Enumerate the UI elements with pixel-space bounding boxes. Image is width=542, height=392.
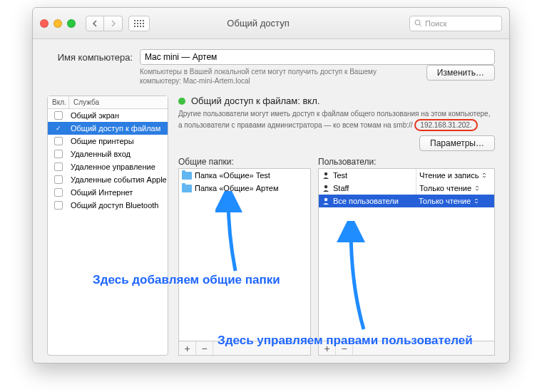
lists-row: Общие папки: Папка «Общие» TestПапка «Об… bbox=[178, 157, 495, 356]
search-icon bbox=[414, 19, 422, 27]
users-label: Пользователи: bbox=[318, 157, 495, 167]
folder-icon bbox=[182, 185, 192, 192]
service-name: Общие принтеры bbox=[69, 137, 168, 145]
col-service: Служба bbox=[69, 96, 103, 108]
service-checkbox[interactable] bbox=[48, 201, 69, 210]
add-user-button[interactable]: + bbox=[319, 341, 336, 355]
status-indicator-icon bbox=[178, 98, 185, 105]
computer-name-hint: Компьютеры в Вашей локальной сети могут … bbox=[140, 67, 419, 86]
window-title: Общий доступ bbox=[113, 18, 404, 29]
permission-selector[interactable]: Чтение и запись bbox=[416, 169, 494, 182]
user-row[interactable]: TestЧтение и запись bbox=[319, 169, 494, 182]
folders-controls: + − bbox=[178, 341, 311, 356]
remove-folder-button[interactable]: − bbox=[196, 341, 213, 355]
user-icon bbox=[322, 197, 330, 205]
service-checkbox[interactable] bbox=[48, 175, 69, 184]
svg-point-15 bbox=[324, 185, 327, 188]
main-area: Вкл. Служба Общий экран✓Общий доступ к ф… bbox=[47, 96, 495, 356]
folder-name: Папка «Общие» Test bbox=[195, 171, 270, 180]
folder-item[interactable]: Папка «Общие» Артем bbox=[179, 182, 310, 195]
svg-line-13 bbox=[419, 24, 421, 26]
chevron-up-down-icon bbox=[474, 185, 480, 191]
content: Имя компьютера: Компьютеры в Вашей локал… bbox=[33, 39, 509, 363]
details-panel: Общий доступ к файлам: вкл. Другие польз… bbox=[178, 96, 495, 356]
service-name: Удаленные события Apple bbox=[69, 175, 168, 184]
user-name: Все пользователи bbox=[319, 195, 416, 207]
permission-selector[interactable]: Только чтение bbox=[416, 195, 494, 207]
users-controls: + − bbox=[318, 341, 495, 356]
service-name: Удаленный вход bbox=[69, 150, 168, 158]
service-name: Общий доступ Bluetooth bbox=[69, 201, 168, 210]
status-description: Другие пользователи могут иметь доступ к… bbox=[178, 109, 495, 131]
service-checkbox[interactable] bbox=[48, 150, 69, 158]
service-row[interactable]: Удаленный вход bbox=[48, 148, 168, 160]
titlebar: Общий доступ Поиск bbox=[33, 8, 509, 39]
status-title: Общий доступ к файлам: вкл. bbox=[191, 96, 319, 106]
user-name: Test bbox=[319, 169, 416, 182]
edit-name-button[interactable]: Изменить… bbox=[426, 65, 495, 81]
permission-selector[interactable]: Только чтение bbox=[416, 182, 494, 195]
close-icon[interactable] bbox=[40, 19, 48, 28]
service-name: Удаленное управление bbox=[69, 163, 168, 171]
permission-value: Только чтение bbox=[419, 184, 471, 192]
service-row[interactable]: Удаленное управление bbox=[48, 160, 168, 173]
service-name: Общий Интернет bbox=[69, 188, 168, 197]
service-name: Общий доступ к файлам bbox=[69, 124, 168, 133]
user-row[interactable]: Все пользователиТолько чтение bbox=[319, 195, 494, 207]
minimize-icon[interactable] bbox=[53, 19, 62, 28]
service-checkbox[interactable] bbox=[48, 163, 69, 171]
service-row[interactable]: Общие принтеры bbox=[48, 135, 168, 148]
service-row[interactable]: ✓Общий доступ к файлам bbox=[48, 122, 168, 135]
back-button[interactable] bbox=[86, 16, 104, 31]
user-icon bbox=[322, 171, 330, 180]
service-row[interactable]: Общий экран bbox=[48, 109, 168, 122]
service-checkbox[interactable] bbox=[48, 111, 69, 120]
user-icon bbox=[322, 184, 330, 192]
zoom-icon[interactable] bbox=[67, 19, 76, 28]
svg-point-12 bbox=[415, 20, 420, 25]
search-input[interactable]: Поиск bbox=[409, 16, 502, 31]
user-name: Staff bbox=[319, 182, 416, 195]
service-row[interactable]: Общий Интернет bbox=[48, 186, 168, 199]
chevron-left-icon bbox=[92, 20, 98, 27]
svg-point-14 bbox=[324, 172, 327, 175]
svg-point-16 bbox=[324, 198, 327, 201]
window-controls bbox=[40, 19, 76, 28]
service-name: Общий экран bbox=[69, 111, 168, 120]
service-checkbox[interactable] bbox=[48, 137, 69, 145]
permission-value: Только чтение bbox=[419, 197, 471, 205]
remove-user-button[interactable]: − bbox=[336, 341, 353, 355]
ip-address-highlight: 192.168.31.202. bbox=[414, 119, 477, 132]
col-on: Вкл. bbox=[48, 96, 69, 108]
shared-folders-list[interactable]: Папка «Общие» TestПапка «Общие» Артем bbox=[178, 168, 311, 341]
status-row: Общий доступ к файлам: вкл. bbox=[178, 96, 495, 106]
service-row[interactable]: Удаленные события Apple bbox=[48, 173, 168, 186]
add-folder-button[interactable]: + bbox=[179, 341, 196, 355]
computer-name-field[interactable] bbox=[140, 49, 495, 65]
folder-item[interactable]: Папка «Общие» Test bbox=[179, 169, 310, 182]
user-row[interactable]: StaffТолько чтение bbox=[319, 182, 494, 195]
services-header: Вкл. Служба bbox=[48, 96, 168, 109]
chevron-up-down-icon bbox=[481, 172, 487, 178]
service-checkbox[interactable]: ✓ bbox=[48, 124, 69, 133]
folder-name: Папка «Общие» Артем bbox=[195, 184, 278, 192]
preferences-window: Общий доступ Поиск Имя компьютера: Компь… bbox=[32, 7, 510, 363]
services-list: Вкл. Служба Общий экран✓Общий доступ к ф… bbox=[47, 96, 168, 356]
chevron-up-down-icon bbox=[474, 198, 479, 204]
permission-value: Чтение и запись bbox=[419, 171, 479, 180]
users-list[interactable]: TestЧтение и записьStaffТолько чтениеВсе… bbox=[318, 168, 495, 341]
options-button[interactable]: Параметры… bbox=[419, 135, 495, 151]
folders-label: Общие папки: bbox=[178, 157, 311, 167]
service-row[interactable]: Общий доступ Bluetooth bbox=[48, 199, 168, 212]
folder-icon bbox=[182, 172, 192, 180]
service-checkbox[interactable] bbox=[48, 188, 69, 197]
search-placeholder: Поиск bbox=[425, 19, 446, 28]
computer-name-label: Имя компьютера: bbox=[47, 52, 133, 63]
